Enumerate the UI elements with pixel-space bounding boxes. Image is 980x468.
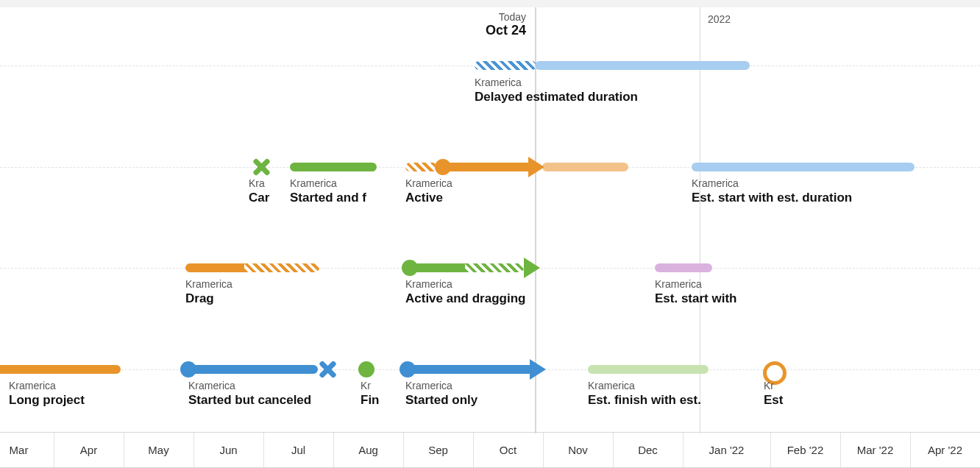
bar-est-start-dur[interactable]: [692, 163, 915, 171]
item-org: Kramerica: [655, 278, 742, 291]
bar-active-tail[interactable]: [542, 163, 628, 171]
today-date: Oct 24: [456, 23, 526, 39]
item-org: Kr: [764, 380, 790, 392]
month-cell[interactable]: Jul: [263, 433, 333, 467]
month-ruler[interactable]: Mar Apr May Jun Jul Aug Sep Oct Nov Dec …: [0, 432, 980, 468]
top-strip: [0, 0, 980, 7]
item-org: Kramerica: [405, 278, 525, 291]
bar-est-start[interactable]: [655, 263, 712, 272]
start-dot-icon[interactable]: [400, 361, 416, 377]
item-est-ring[interactable]: Kr Est: [764, 380, 790, 408]
month-cell[interactable]: Nov: [543, 433, 613, 467]
finish-dot-icon[interactable]: [358, 361, 374, 377]
item-est-start-dur[interactable]: Kramerica Est. start with est. duration: [692, 177, 852, 205]
month-cell[interactable]: Sep: [403, 433, 473, 467]
item-org: Kramerica: [185, 278, 232, 291]
month-cell[interactable]: Apr: [54, 433, 124, 467]
today-label: Today: [456, 12, 526, 23]
month-cell[interactable]: Aug: [333, 433, 403, 467]
bar-activedrag-hatched[interactable]: [465, 263, 524, 272]
item-title: Active: [405, 190, 452, 205]
bar-started-only[interactable]: [408, 365, 530, 374]
item-long[interactable]: Kramerica Long project: [9, 380, 85, 408]
item-org: Kra: [249, 177, 281, 190]
today-marker: Today Oct 24: [456, 12, 526, 39]
item-canceled-g[interactable]: Kra Car: [249, 177, 281, 205]
item-org: Kramerica: [188, 380, 311, 392]
month-cell[interactable]: Jun: [193, 433, 263, 467]
month-cell[interactable]: Feb '22: [770, 433, 840, 467]
start-dot-icon[interactable]: [180, 361, 196, 377]
item-started-finished[interactable]: Kramerica Started and f: [290, 177, 381, 205]
progress-arrow-icon: [524, 258, 540, 278]
item-title: Fin: [361, 392, 387, 408]
item-title: Car: [249, 190, 281, 205]
month-cell[interactable]: Mar '22: [840, 433, 910, 467]
item-title: Active and dragging: [405, 291, 525, 306]
item-est-start[interactable]: Kramerica Est. start with: [655, 278, 742, 306]
bar-started-canceled[interactable]: [188, 365, 318, 374]
start-dot-icon[interactable]: [435, 159, 451, 175]
month-cell[interactable]: Apr '22: [910, 433, 980, 467]
item-title: Started only: [405, 392, 477, 408]
progress-arrow-icon: [530, 359, 546, 380]
item-title: Started and f: [290, 190, 381, 205]
bar-delayed-hatched[interactable]: [475, 61, 536, 70]
item-est-finish[interactable]: Kramerica Est. finish with est.: [588, 380, 711, 408]
month-cell[interactable]: Dec: [613, 433, 683, 467]
month-cell[interactable]: Jan '22: [683, 433, 770, 467]
item-started-canceled[interactable]: Kramerica Started but canceled: [188, 380, 311, 408]
item-active-drag[interactable]: Kramerica Active and dragging: [405, 278, 525, 306]
item-title: Est. start with: [655, 291, 742, 306]
bar-est-finish[interactable]: [588, 365, 709, 374]
item-drag[interactable]: Kramerica Drag: [185, 278, 232, 306]
item-org: Kramerica: [405, 177, 452, 190]
timeline-canvas[interactable]: Today Oct 24 2022 Kramerica Delayed esti…: [0, 0, 980, 468]
item-title: Long project: [9, 392, 85, 408]
item-org: Kramerica: [290, 177, 381, 190]
item-org: Kramerica: [692, 177, 852, 190]
month-cell[interactable]: Mar: [0, 433, 54, 467]
item-org: Kramerica: [588, 380, 711, 392]
item-title: Drag: [185, 291, 232, 306]
cancel-x-icon[interactable]: [317, 360, 336, 379]
item-delayed[interactable]: Kramerica Delayed estimated duration: [475, 77, 638, 104]
item-org: Kramerica: [475, 77, 638, 89]
cancel-x-icon[interactable]: .x-green::before,.x-green::after{backgro…: [251, 157, 270, 177]
item-active[interactable]: Kramerica Active: [405, 177, 452, 205]
bar-active-solid[interactable]: [443, 163, 528, 171]
item-started-only[interactable]: Kramerica Started only: [405, 380, 477, 408]
item-title: Est. start with est. duration: [692, 190, 852, 205]
month-cell[interactable]: Oct: [473, 433, 543, 467]
month-cell[interactable]: May: [124, 433, 193, 467]
bar-started-finished[interactable]: [290, 163, 377, 171]
item-title: Delayed estimated duration: [475, 89, 638, 104]
item-org: Kramerica: [405, 380, 477, 392]
bar-drag-hatched[interactable]: [244, 263, 319, 272]
item-org: Kr: [361, 380, 387, 392]
item-title: Est: [764, 392, 790, 408]
bar-activedrag-solid[interactable]: [410, 263, 465, 272]
start-dot-icon[interactable]: [402, 260, 418, 276]
bar-delayed-est[interactable]: [535, 61, 750, 70]
item-title: Started but canceled: [188, 392, 311, 408]
bar-drag-solid[interactable]: [185, 263, 244, 272]
bar-long-project[interactable]: [0, 365, 121, 374]
item-org: Kramerica: [9, 380, 85, 392]
item-title: Est. finish with est.: [588, 392, 711, 408]
item-fin[interactable]: Kr Fin: [361, 380, 387, 408]
progress-arrow-icon: [528, 157, 544, 177]
year-marker-label: 2022: [708, 13, 731, 25]
